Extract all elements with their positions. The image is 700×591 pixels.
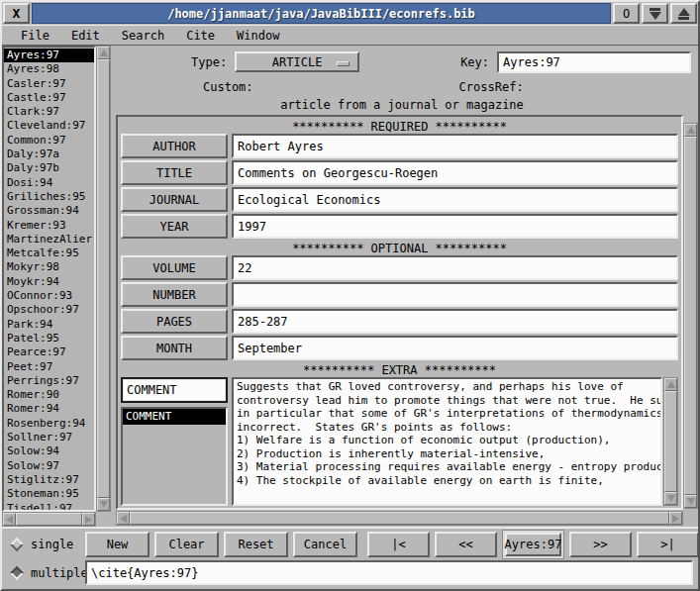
vscroll-thumb[interactable] <box>664 391 677 492</box>
list-item[interactable]: Solow:97 <box>4 459 94 473</box>
reference-list[interactable]: Ayres:97Ayres:98Casler:97Castle:97Clark:… <box>2 46 96 512</box>
type-dropdown[interactable]: ARTICLE <box>235 51 359 72</box>
list-item[interactable]: Casler:97 <box>4 77 94 91</box>
month-field-button[interactable]: MONTH <box>121 336 228 360</box>
number-input[interactable] <box>232 282 678 307</box>
comment-vscrollbar[interactable] <box>663 377 678 506</box>
pages-field-button[interactable]: PAGES <box>121 309 228 334</box>
minimize-button[interactable] <box>642 3 668 24</box>
nav-current-button[interactable]: Ayres:97 <box>505 533 561 556</box>
journal-field-button[interactable]: JOURNAL <box>121 187 228 212</box>
journal-input[interactable] <box>232 187 678 212</box>
number-field-button[interactable]: NUMBER <box>121 282 228 307</box>
comment-textarea[interactable]: Suggests that GR loved controversy, and … <box>232 377 662 506</box>
window-title-stripe[interactable]: /home/jjanmaat/java/JavaBibIII/econrefs.… <box>32 3 611 24</box>
scroll-up-arrow[interactable] <box>97 47 110 59</box>
list-item[interactable]: Romer:90 <box>4 388 94 402</box>
close-button[interactable]: X <box>3 3 30 24</box>
list-item[interactable]: Sollner:97 <box>4 431 94 444</box>
list-item[interactable]: Park:94 <box>4 318 94 332</box>
new-button[interactable]: New <box>85 532 150 557</box>
year-field-button[interactable]: YEAR <box>121 214 228 239</box>
extra-field-list[interactable]: COMMENT <box>121 407 228 506</box>
scroll-right-arrow[interactable] <box>82 513 95 526</box>
list-item[interactable]: Moykr:94 <box>4 275 94 289</box>
list-item[interactable]: Rosenberg:94 <box>4 417 94 431</box>
menu-search[interactable]: Search <box>111 27 175 45</box>
list-item[interactable]: Kremer:93 <box>4 219 94 233</box>
list-item[interactable]: Mokyr:98 <box>4 260 94 274</box>
list-item[interactable]: Perrings:97 <box>4 374 94 388</box>
window-menu-button[interactable]: O <box>613 3 640 24</box>
vscroll-thumb[interactable] <box>97 59 110 498</box>
scroll-down-arrow[interactable] <box>684 495 697 508</box>
pages-input[interactable] <box>232 309 678 334</box>
year-input[interactable] <box>232 214 678 239</box>
volume-field-button[interactable]: VOLUME <box>121 255 228 280</box>
mode-single-radio[interactable]: single <box>2 538 85 551</box>
list-item[interactable]: Griliches:95 <box>4 190 94 204</box>
scroll-left-arrow[interactable] <box>3 513 16 526</box>
list-item[interactable]: Stoneman:95 <box>4 487 94 501</box>
list-item[interactable]: COMMENT <box>123 409 226 425</box>
month-input[interactable] <box>232 336 678 360</box>
list-item[interactable]: Peet:97 <box>4 360 94 374</box>
radio-diamond-icon[interactable] <box>10 565 24 579</box>
reset-button[interactable]: Reset <box>224 532 288 557</box>
nav-first-button[interactable]: |< <box>367 532 430 557</box>
menu-edit[interactable]: Edit <box>60 27 111 45</box>
list-item[interactable]: Solow:94 <box>4 444 94 458</box>
list-item[interactable]: Dosi:94 <box>4 176 94 190</box>
form-hscrollbar[interactable] <box>116 511 683 526</box>
vscroll-thumb[interactable] <box>684 137 697 495</box>
list-item[interactable]: Common:97 <box>4 134 94 148</box>
list-item[interactable]: Ayres:97 <box>4 49 94 62</box>
nav-prev-button[interactable]: << <box>435 532 497 557</box>
cancel-button[interactable]: Cancel <box>293 532 357 557</box>
extra-field-name-input[interactable] <box>121 377 228 403</box>
maximize-button[interactable] <box>670 3 697 24</box>
volume-input[interactable] <box>232 255 678 280</box>
mode-multiple-radio[interactable]: multiple <box>2 566 85 580</box>
list-item[interactable]: Clark:97 <box>4 105 94 119</box>
list-item[interactable]: Castle:97 <box>4 91 94 105</box>
radio-diamond-icon[interactable] <box>10 537 24 550</box>
cite-command-input[interactable] <box>85 560 693 585</box>
menu-file[interactable]: File <box>10 27 60 45</box>
hscroll-thumb[interactable] <box>130 512 669 525</box>
scroll-left-arrow[interactable] <box>117 512 130 525</box>
scroll-right-arrow[interactable] <box>669 512 682 525</box>
scroll-down-arrow[interactable] <box>97 498 110 511</box>
list-item[interactable]: Romer:94 <box>4 402 94 416</box>
author-input[interactable] <box>232 134 678 158</box>
nav-last-button[interactable]: >| <box>637 532 699 557</box>
nav-next-button[interactable]: >> <box>569 532 632 557</box>
list-item[interactable]: Metcalfe:95 <box>4 246 94 260</box>
list-item[interactable]: OConnor:93 <box>4 289 94 303</box>
list-item[interactable]: Patel:95 <box>4 332 94 345</box>
list-item[interactable]: Daly:97b <box>4 161 94 175</box>
list-item[interactable]: Ayres:98 <box>4 62 94 76</box>
menu-cite[interactable]: Cite <box>175 27 226 45</box>
list-item[interactable]: Stiglitz:97 <box>4 473 94 487</box>
list-item[interactable]: MartinezAlier:9 <box>4 233 94 246</box>
reference-list-hscrollbar[interactable] <box>2 512 96 527</box>
title-field-button[interactable]: TITLE <box>121 160 228 185</box>
list-item[interactable]: Cleveland:97 <box>4 119 94 133</box>
list-item[interactable]: Tisdell:97 <box>4 502 94 513</box>
list-item[interactable]: Grossman:94 <box>4 204 94 218</box>
menu-window[interactable]: Window <box>226 27 290 45</box>
hscroll-thumb[interactable] <box>16 513 82 526</box>
form-vscrollbar[interactable] <box>683 123 698 509</box>
key-input[interactable] <box>497 51 691 73</box>
reference-list-vscrollbar[interactable] <box>96 46 111 512</box>
list-item[interactable]: Pearce:97 <box>4 345 94 359</box>
scroll-down-arrow[interactable] <box>664 492 677 505</box>
scroll-up-arrow[interactable] <box>664 378 677 391</box>
clear-button[interactable]: Clear <box>154 532 219 557</box>
scroll-up-arrow[interactable] <box>684 124 697 137</box>
title-input[interactable] <box>232 160 678 185</box>
author-field-button[interactable]: AUTHOR <box>121 134 228 158</box>
list-item[interactable]: Opschoor:97 <box>4 303 94 317</box>
list-item[interactable]: Daly:97a <box>4 148 94 161</box>
